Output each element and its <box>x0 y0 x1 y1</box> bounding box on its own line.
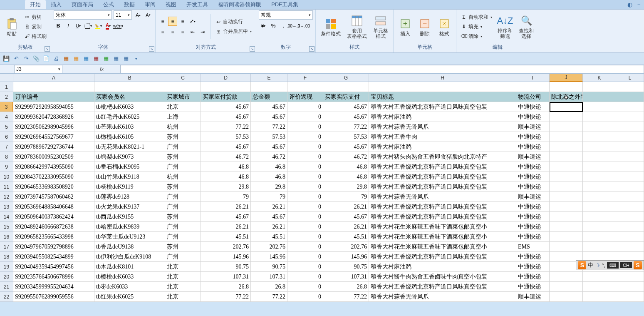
cell[interactable]: 杭州 <box>165 122 201 132</box>
cell[interactable]: tb华莱士瓜deU9123 <box>94 232 165 242</box>
cell[interactable]: 26.21 <box>323 202 369 212</box>
cell[interactable]: 订单编号 <box>13 92 94 102</box>
cell[interactable]: 45.67 <box>323 142 369 152</box>
cell[interactable]: 中通快递 <box>516 142 550 152</box>
cell[interactable]: tb莲雾de9128 <box>94 192 165 202</box>
name-box[interactable]: J3▾ <box>14 65 62 73</box>
cell[interactable]: 0 <box>287 252 323 262</box>
cell[interactable]: 45.51 <box>251 232 287 242</box>
cell[interactable] <box>616 122 644 132</box>
sheet6-icon[interactable]: ▦ <box>112 55 120 62</box>
cell[interactable]: tb枇杷deK6033 <box>94 102 165 112</box>
cell[interactable]: 除北京之外的地区销售额 <box>550 92 583 102</box>
alignment-launcher[interactable]: ↘ <box>250 46 255 52</box>
cell[interactable]: 稻香大村五香烧鸡北京特产道口风味真空包装 <box>369 172 516 182</box>
row-header[interactable]: 4 <box>0 112 13 122</box>
cell[interactable]: tb木瓜deK8101 <box>94 262 165 272</box>
cell[interactable]: 107.31 <box>323 272 369 282</box>
cell[interactable]: 稻香大村五香烧鸡北京特产道口风味真空包装 <box>369 282 516 292</box>
cut-button[interactable]: ✂剪切 <box>22 12 48 22</box>
font-launcher[interactable]: ↘ <box>149 46 154 52</box>
cell[interactable] <box>583 102 616 112</box>
row-header[interactable]: 7 <box>0 142 13 152</box>
cell[interactable]: 45.51 <box>323 232 369 242</box>
cell[interactable]: 145.96 <box>323 252 369 262</box>
cell[interactable] <box>583 172 616 182</box>
cell[interactable]: 中通快递 <box>516 232 550 242</box>
cell[interactable] <box>583 182 616 192</box>
cell[interactable]: 稻香大村五香烧鸡北京特产道口风味真空包装 <box>369 202 516 212</box>
cell[interactable]: 0 <box>287 172 323 182</box>
cell[interactable]: 107.31 <box>201 272 251 282</box>
cell[interactable] <box>94 82 165 92</box>
ime-moon-icon[interactable]: ☽ <box>595 262 600 269</box>
cell[interactable] <box>550 182 583 192</box>
cell[interactable]: 0 <box>287 102 323 112</box>
italic-button[interactable]: I <box>64 21 73 30</box>
cell[interactable]: S9202357664506678996 <box>13 272 94 282</box>
find-select-button[interactable]: 🔍查找和 选择 <box>516 13 536 40</box>
cell[interactable]: 买家会员名 <box>94 92 165 102</box>
cell[interactable] <box>583 272 616 282</box>
cell[interactable]: 45.67 <box>201 212 251 222</box>
cell[interactable]: 90.75 <box>201 262 251 272</box>
cell[interactable]: 苏州 <box>165 242 201 252</box>
cell[interactable]: 稻香大村五香烧鸡北京特产道口风味真空包装 <box>369 182 516 192</box>
row-header[interactable]: 15 <box>0 222 13 232</box>
cell[interactable]: 稻香大村五香烧鸡北京特产道口风味真空包装 <box>369 162 516 172</box>
redo-icon[interactable]: ↷ <box>22 55 30 62</box>
cell[interactable]: S9202305062989045996 <box>13 122 94 132</box>
cell[interactable]: 202.76 <box>251 242 287 252</box>
cell[interactable]: 稻香大村猪头肉熟食五香即食猪脸肉北京特产 <box>369 152 516 162</box>
row-header[interactable]: 21 <box>0 282 13 292</box>
delete-cells-button[interactable]: −删除 <box>416 16 434 37</box>
paste-button[interactable]: 粘贴 <box>2 16 21 37</box>
cell[interactable]: S9209658235665433998 <box>13 232 94 242</box>
cell[interactable]: 90.75 <box>323 262 369 272</box>
sheet1-icon[interactable]: ▦ <box>62 55 70 62</box>
cell[interactable]: 稻香大村蒜香无骨凤爪 <box>369 122 516 132</box>
sheet3-icon[interactable]: ▦ <box>82 55 90 62</box>
tab-home[interactable]: 开始 <box>25 0 46 9</box>
cell[interactable]: 45.67 <box>323 102 369 112</box>
col-header-H[interactable]: H <box>369 74 516 82</box>
cell[interactable] <box>550 132 583 142</box>
tab-insert[interactable]: 插入 <box>46 0 67 9</box>
cell[interactable]: tb番石榴deK9095 <box>94 162 165 172</box>
cell[interactable]: 46.8 <box>323 162 369 172</box>
cell[interactable]: 0 <box>287 202 323 212</box>
currency-button[interactable]: ¥▾ <box>259 21 268 30</box>
row-header[interactable]: 17 <box>0 242 13 252</box>
cell[interactable]: EMS <box>516 242 550 252</box>
font-color-button[interactable]: A▾ <box>104 21 113 30</box>
cell[interactable]: S9207836000952302509 <box>13 152 94 162</box>
ime-lang-cn[interactable]: 中 <box>588 261 593 269</box>
cell[interactable]: S9204049359454997456 <box>13 262 94 272</box>
cell[interactable]: 稻香大村麻油鸡 <box>369 262 516 272</box>
cell[interactable] <box>616 172 644 182</box>
cell[interactable] <box>583 292 616 302</box>
cell[interactable]: tb红毛丹deK6025 <box>94 112 165 122</box>
format-table-button[interactable]: 套用 表格格式 <box>344 13 369 40</box>
save-icon[interactable]: 💾 <box>2 55 10 62</box>
cell[interactable]: 中通快递 <box>516 262 550 272</box>
cell[interactable] <box>583 92 616 102</box>
cell[interactable]: 77.22 <box>201 292 251 302</box>
cell[interactable]: 苏州 <box>165 182 201 192</box>
row-header[interactable]: 11 <box>0 182 13 192</box>
cell[interactable]: 中通快递 <box>516 112 550 122</box>
cell[interactable]: 中通快递 <box>516 202 550 212</box>
cell[interactable]: tb橄榄deK6105 <box>94 132 165 142</box>
cell[interactable]: 29.8 <box>251 182 287 192</box>
cell[interactable] <box>550 282 583 292</box>
col-header-B[interactable]: B <box>94 74 165 82</box>
cell[interactable]: 稻香大村五香烧鸡北京特产道口风味真空包装 <box>369 102 516 112</box>
copy-button[interactable]: ⎘复制 <box>22 22 48 31</box>
cell[interactable]: 45.67 <box>323 212 369 222</box>
cell[interactable]: S9208664299743955090 <box>13 162 94 172</box>
cell[interactable] <box>616 152 644 162</box>
cell[interactable]: 中通快递 <box>516 172 550 182</box>
row-header[interactable]: 3 <box>0 102 13 112</box>
cell[interactable] <box>165 82 201 92</box>
cell[interactable]: tb火龙果deK9137 <box>94 202 165 212</box>
